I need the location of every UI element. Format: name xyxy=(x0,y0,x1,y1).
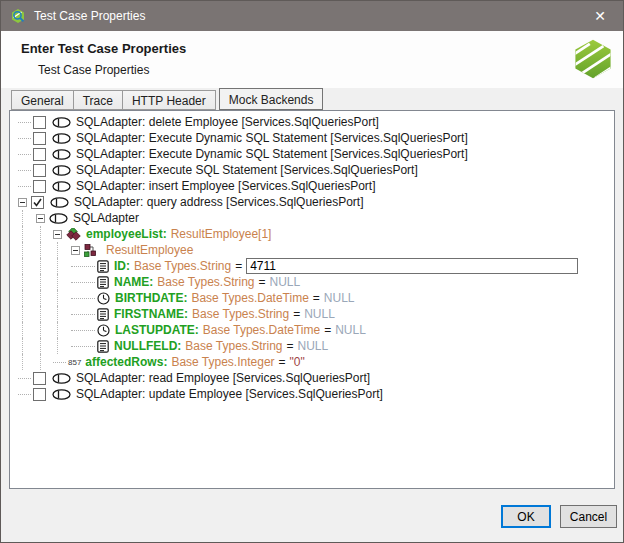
window-title: Test Case Properties xyxy=(34,9,577,23)
tree-indent-guide xyxy=(40,274,53,290)
tree-indent-guide xyxy=(57,274,71,290)
tree-row[interactable]: SQLAdapter xyxy=(10,210,614,226)
app-logo-icon xyxy=(10,8,26,24)
node-value: "0" xyxy=(290,355,305,369)
tree-indent-guide xyxy=(22,354,36,370)
title-bar: Test Case Properties ✕ xyxy=(1,1,623,31)
checkbox-unchecked[interactable] xyxy=(33,164,46,177)
tree-row[interactable]: employeeList:ResultEmployee[1] xyxy=(10,226,614,242)
tree-row[interactable]: SQLAdapter: insert Employee [Services.Sq… xyxy=(10,178,614,194)
struct-icon xyxy=(84,244,97,257)
value-input[interactable] xyxy=(246,258,578,274)
equals-sign: = xyxy=(324,323,331,337)
checkbox-unchecked[interactable] xyxy=(33,148,46,161)
string-icon xyxy=(97,260,109,273)
node-value: NULL xyxy=(270,275,301,289)
cancel-button[interactable]: Cancel xyxy=(560,505,617,528)
tree-row[interactable]: 857affectedRows:Base Types.Integer="0" xyxy=(10,354,614,370)
tree-row[interactable]: SQLAdapter: Execute SQL Statement [Servi… xyxy=(10,162,614,178)
tree-indent-guide xyxy=(57,338,71,354)
dialog-subheading: Test Case Properties xyxy=(38,63,186,77)
node-type: Base Types.String xyxy=(134,259,231,273)
node-label: SQLAdapter: query address [Services.SqlQ… xyxy=(74,195,363,209)
node-type: Base Types.DateTime xyxy=(203,323,320,337)
tree-indent-guide xyxy=(22,338,36,354)
tree-indent-guide xyxy=(22,258,36,274)
node-type: Base Types.Integer xyxy=(171,355,274,369)
operation-icon xyxy=(49,213,68,224)
tree-row[interactable]: ResultEmployee xyxy=(10,242,614,258)
node-type: ResultEmployee xyxy=(106,243,193,257)
tree-indent-guide xyxy=(40,306,53,322)
checkbox-unchecked[interactable] xyxy=(33,132,46,145)
operation-icon xyxy=(50,197,69,208)
tree-row[interactable]: NAME:Base Types.String=NULL xyxy=(10,274,614,290)
tab-mock-backends[interactable]: Mock Backends xyxy=(219,88,324,110)
collapse-icon[interactable] xyxy=(18,198,27,207)
tree-connector xyxy=(18,186,31,187)
checkbox-checked[interactable] xyxy=(31,196,44,209)
tree-row[interactable]: LASTUPDATE:Base Types.DateTime=NULL xyxy=(10,322,614,338)
tree-indent-guide xyxy=(57,306,71,322)
dialog-header: Enter Test Case Properties Test Case Pro… xyxy=(1,31,623,88)
tree-indent-guide xyxy=(40,242,53,258)
tree-connector xyxy=(71,346,95,347)
tree-indent-guide xyxy=(22,210,36,226)
datalist-icon xyxy=(66,228,81,241)
checkbox-unchecked[interactable] xyxy=(33,116,46,129)
tree-indent-guide xyxy=(40,290,53,306)
tree-connector xyxy=(18,138,31,139)
tree-indent-guide xyxy=(40,322,53,338)
tab-http-header[interactable]: HTTP Header xyxy=(123,90,216,110)
tree-row[interactable]: ID:Base Types.String= xyxy=(10,258,614,274)
tab-general[interactable]: General xyxy=(11,90,74,110)
tree-indent-guide xyxy=(57,258,71,274)
collapse-icon[interactable] xyxy=(53,230,62,239)
tree-indent-guide xyxy=(40,338,53,354)
tree-row[interactable]: SQLAdapter: delete Employee [Services.Sq… xyxy=(10,114,614,130)
node-type: Base Types.String xyxy=(157,275,254,289)
tree-indent-guide xyxy=(22,322,36,338)
tree-indent-guide xyxy=(40,354,53,370)
expecco-logo-icon xyxy=(573,39,613,82)
operation-icon xyxy=(52,181,71,192)
node-label: SQLAdapter: update Employee [Services.Sq… xyxy=(76,387,383,401)
ok-button[interactable]: OK xyxy=(501,505,551,528)
tree-row[interactable]: SQLAdapter: Execute Dynamic SQL Statemen… xyxy=(10,146,614,162)
tree-row[interactable]: SQLAdapter: update Employee [Services.Sq… xyxy=(10,386,614,402)
operation-icon xyxy=(52,133,71,144)
checkbox-unchecked[interactable] xyxy=(33,372,46,385)
node-type: Base Types.String xyxy=(192,307,289,321)
collapse-icon[interactable] xyxy=(71,246,80,255)
tree-row[interactable]: SQLAdapter: Execute Dynamic SQL Statemen… xyxy=(10,130,614,146)
checkbox-unchecked[interactable] xyxy=(33,180,46,193)
checkbox-unchecked[interactable] xyxy=(33,388,46,401)
tree-connector xyxy=(71,282,95,283)
node-name: employeeList: xyxy=(86,227,167,241)
tab-bar: GeneralTraceHTTP HeaderMock Backends xyxy=(1,88,623,110)
string-icon xyxy=(97,276,109,289)
tree-row[interactable]: SQLAdapter: query address [Services.SqlQ… xyxy=(10,194,614,210)
tree-connector xyxy=(71,314,95,315)
node-label: SQLAdapter: read Employee [Services.SqlQ… xyxy=(76,371,370,385)
mock-backends-tree: SQLAdapter: delete Employee [Services.Sq… xyxy=(9,110,615,489)
tree-indent-guide xyxy=(40,226,53,242)
node-type: ResultEmployee[1] xyxy=(171,227,272,241)
operation-icon xyxy=(52,117,71,128)
node-label: SQLAdapter: Execute Dynamic SQL Statemen… xyxy=(76,131,468,145)
operation-icon xyxy=(52,389,71,400)
close-icon[interactable]: ✕ xyxy=(577,1,623,31)
datetime-icon xyxy=(97,324,110,337)
tree-row[interactable]: SQLAdapter: read Employee [Services.SqlQ… xyxy=(10,370,614,386)
node-name: affectedRows: xyxy=(85,355,167,369)
dialog-heading: Enter Test Case Properties xyxy=(21,41,186,56)
collapse-icon[interactable] xyxy=(36,214,45,223)
tree-row[interactable]: NULLFELD:Base Types.String=NULL xyxy=(10,338,614,354)
tree-row[interactable]: BIRTHDATE:Base Types.DateTime=NULL xyxy=(10,290,614,306)
tab-trace[interactable]: Trace xyxy=(74,90,123,110)
node-label: SQLAdapter xyxy=(73,211,139,225)
node-type: Base Types.String xyxy=(185,339,282,353)
node-name: BIRTHDATE: xyxy=(115,291,187,305)
tree-row[interactable]: FIRSTNAME:Base Types.String=NULL xyxy=(10,306,614,322)
tree-connector xyxy=(71,330,95,331)
